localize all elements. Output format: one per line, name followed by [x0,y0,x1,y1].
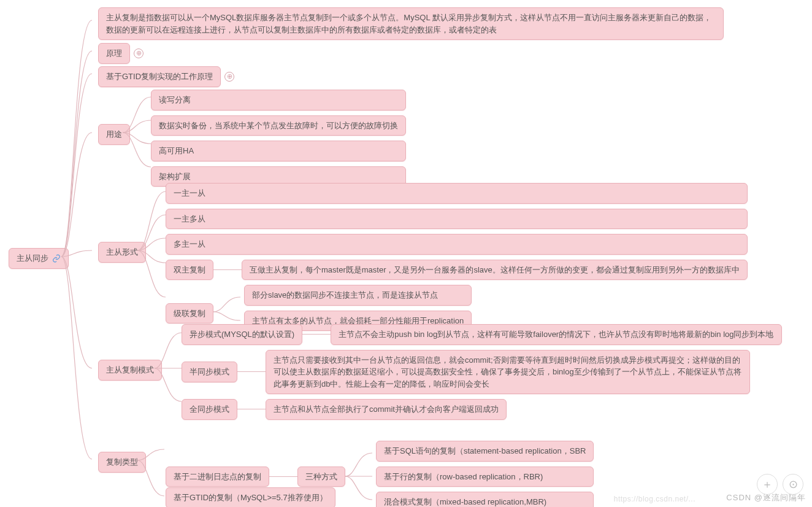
expand-icon[interactable]: ⊕ [224,72,234,82]
intro-node[interactable]: 主从复制是指数据可以从一个MySQL数据库服务器主节点复制到一个或多个从节点。M… [98,7,724,40]
form-dual-desc[interactable]: 互做主从复制，每个master既是master，又是另外一台服务器的slave。… [242,260,748,281]
form-item-label: 双主复制 [174,264,205,276]
mode-node[interactable]: 主从复制模式 [98,360,162,381]
root-node[interactable]: 主从同步 [9,248,69,269]
node-text: 半同步模式 [190,366,229,378]
type-binlog[interactable]: 基于二进制日志点的复制 [166,466,269,487]
binlog-type-mbr[interactable]: 混合模式复制（mixed-based replication,MBR) [376,492,594,507]
type-label: 复制类型 [106,456,138,468]
node-text: 基于二进制日志点的复制 [174,471,261,483]
mode-full[interactable]: 全同步模式 [182,399,237,420]
root-label: 主从同步 [17,252,48,265]
node-text: 异步模式(MYSQL的默认设置) [190,328,294,341]
form-item-label: 多主一从 [174,238,205,250]
node-text: 部分slave的数据同步不连接主节点，而是连接从节点 [252,289,438,301]
usage-node[interactable]: 用途 [98,124,130,145]
cascade-item[interactable]: 部分slave的数据同步不连接主节点，而是连接从节点 [244,285,472,306]
mode-async-desc[interactable]: 主节点不会主动push bin log到从节点，这样有可能导致failover的… [331,324,781,345]
node-text: 主节点只需要接收到其中一台从节点的返回信息，就会commit;否则需要等待直到超… [274,354,742,390]
gtid-principle-node[interactable]: 基于GTID复制实现的工作原理 [98,66,221,87]
principle-node[interactable]: 原理 [98,43,130,64]
node-text: 主节点和从节点全部执行了commit并确认才会向客户端返回成功 [274,403,499,416]
binlog-type-rbr[interactable]: 基于行的复制（row-based replication，RBR) [376,466,594,487]
mode-label: 主从复制模式 [106,364,154,376]
form-item-cascade[interactable]: 级联复制 [166,303,213,324]
principle-label: 原理 [106,47,122,60]
form-node[interactable]: 主从形式 [98,242,146,263]
node-text: 互做主从复制，每个master既是master，又是另外一台服务器的slave。… [250,264,740,276]
mode-async[interactable]: 异步模式(MYSQL的默认设置) [182,324,302,345]
usage-item-label: 架构扩展 [159,171,191,183]
usage-item[interactable]: 高可用HA [151,141,406,161]
mode-semi[interactable]: 半同步模式 [182,362,237,382]
usage-label: 用途 [106,128,122,141]
fab-more[interactable]: ⊙ [783,474,803,495]
link-icon [52,254,61,263]
type-gtid[interactable]: 基于GTID的复制（MySQL>=5.7推荐使用） [166,487,335,507]
mode-semi-desc[interactable]: 主节点只需要接收到其中一台从节点的返回信息，就会commit;否则需要等待直到超… [266,350,750,395]
node-text: 基于GTID的复制（MySQL>=5.7推荐使用） [174,492,327,504]
expand-icon[interactable]: ⊕ [134,48,144,58]
form-item-1m1s[interactable]: 一主一从 [166,183,748,204]
usage-item-label: 数据实时备份，当系统中某个节点发生故障时，可以方便的故障切换 [159,120,398,132]
usage-item[interactable]: 读写分离 [151,90,406,110]
type-binlog-three[interactable]: 三种方式 [297,466,345,487]
node-text: 基于行的复制（row-based replication，RBR) [384,471,543,483]
usage-item-label: 读写分离 [159,94,191,106]
intro-text: 主从复制是指数据可以从一个MySQL数据库服务器主节点复制到一个或多个从节点。M… [106,12,716,36]
node-text: 基于SQL语句的复制（statement-based replication，S… [384,445,586,457]
form-item-label: 一主一从 [174,187,205,199]
form-item-Mm1s[interactable]: 多主一从 [166,234,748,255]
binlog-type-sbr[interactable]: 基于SQL语句的复制（statement-based replication，S… [376,441,594,462]
form-item-1mMs[interactable]: 一主多从 [166,209,748,230]
form-item-dual[interactable]: 双主复制 [166,260,213,281]
fab-add[interactable]: ＋ [757,474,778,495]
form-label: 主从形式 [106,246,138,258]
usage-item-label: 高可用HA [159,145,194,157]
node-text: 混合模式复制（mixed-based replication,MBR) [384,496,546,507]
form-item-label: 级联复制 [174,308,205,320]
type-node[interactable]: 复制类型 [98,452,146,473]
watermark-url: https://blog.csdn.net/... [614,495,695,503]
form-item-label: 一主多从 [174,213,205,225]
node-text: 主节点不会主动push bin log到从节点，这样有可能导致failover的… [339,328,773,341]
node-text: 三种方式 [305,471,337,483]
usage-item[interactable]: 数据实时备份，当系统中某个节点发生故障时，可以方便的故障切换 [151,115,406,136]
node-text: 全同步模式 [190,403,229,416]
gtid-principle-label: 基于GTID复制实现的工作原理 [106,71,213,83]
mode-full-desc[interactable]: 主节点和从节点全部执行了commit并确认才会向客户端返回成功 [266,399,507,420]
